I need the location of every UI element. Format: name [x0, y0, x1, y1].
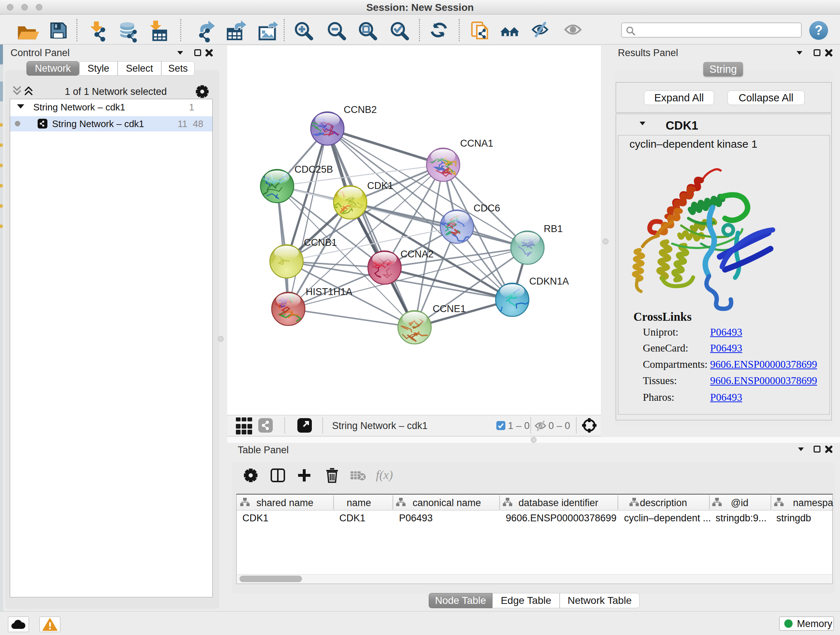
svg-text:CCNA2: CCNA2 [401, 249, 434, 260]
svg-text:CCNB1: CCNB1 [304, 237, 337, 248]
svg-text:CCNA1: CCNA1 [460, 138, 493, 149]
svg-text:CCNE1: CCNE1 [433, 303, 466, 314]
svg-text:CCNB2: CCNB2 [344, 104, 377, 115]
svg-text:CDK1: CDK1 [367, 180, 393, 191]
svg-text:RB1: RB1 [544, 223, 563, 234]
svg-text:CDKN1A: CDKN1A [529, 276, 569, 287]
svg-text:HIST1H1A: HIST1H1A [306, 287, 352, 297]
svg-text:CDC6: CDC6 [474, 203, 500, 214]
svg-text:CDC25B: CDC25B [294, 164, 333, 175]
